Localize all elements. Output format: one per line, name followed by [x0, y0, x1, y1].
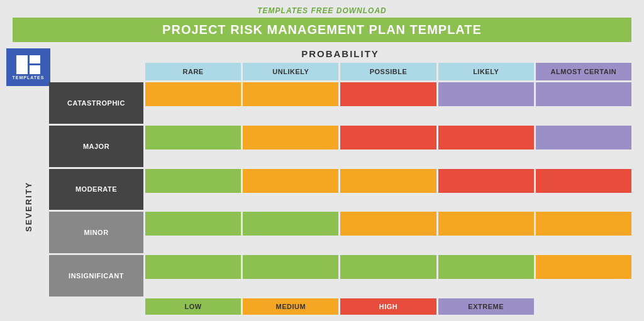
cell-1-0	[145, 126, 241, 150]
logo-grid	[16, 55, 40, 74]
cell-2-0	[145, 169, 241, 193]
header-col-2: POSSIBLE	[340, 63, 436, 80]
cell-1-1	[243, 126, 338, 150]
logo-text: TEMPLATES	[13, 75, 45, 80]
cell-3-4	[536, 212, 631, 236]
cell-0-4	[536, 82, 631, 106]
cell-2-3	[438, 169, 534, 193]
header-col-0: RARE	[145, 63, 241, 80]
legend-1: MEDIUM	[243, 298, 338, 315]
legend-0: LOW	[145, 298, 241, 315]
cell-4-2	[340, 255, 436, 279]
table-section: PROBABILITY RAREUNLIKELYPOSSIBLELIKELYAL…	[49, 48, 631, 315]
probability-label: PROBABILITY	[49, 48, 631, 59]
header-col-1: UNLIKELY	[243, 63, 338, 80]
cell-3-3	[438, 212, 534, 236]
logo-box: TEMPLATES	[6, 48, 50, 86]
page-wrapper: TEMPLATES FREE DOWNLOAD PROJECT RISK MAN…	[0, 0, 644, 321]
cell-3-1	[243, 212, 338, 236]
cell-3-2	[340, 212, 436, 236]
title-bar: PROJECT RISK MANAGEMENT PLAN TEMPLATE	[13, 18, 631, 42]
logo-cell-2	[30, 55, 41, 64]
cell-3-0	[145, 212, 241, 236]
page-title: PROJECT RISK MANAGEMENT PLAN TEMPLATE	[162, 23, 482, 36]
cell-0-3	[438, 82, 534, 106]
main-content: TEMPLATES SEVERITY PROBABILITY RAREUNLIK…	[13, 48, 631, 315]
cell-4-0	[145, 255, 241, 279]
left-section: TEMPLATES SEVERITY	[13, 48, 44, 315]
header-col-4: ALMOST CERTAIN	[536, 63, 631, 80]
footer-empty	[49, 298, 143, 315]
cell-1-3	[438, 126, 534, 150]
cell-0-2	[340, 82, 436, 106]
cell-2-4	[536, 169, 631, 193]
cell-0-1	[243, 82, 338, 106]
logo-cell-1	[16, 55, 28, 74]
header-col-3: LIKELY	[438, 63, 534, 80]
row-label-4: INSIGNIFICANT	[49, 255, 143, 297]
cell-2-1	[243, 169, 338, 193]
cell-2-2	[340, 169, 436, 193]
cell-0-0	[145, 82, 241, 106]
logo-cell-3	[30, 65, 41, 74]
templates-label: TEMPLATES FREE DOWNLOAD	[257, 6, 386, 15]
row-label-0: CATASTROPHIC	[49, 82, 143, 124]
legend-4	[536, 298, 631, 315]
cell-1-2	[340, 126, 436, 150]
risk-grid: RAREUNLIKELYPOSSIBLELIKELYALMOST CERTAIN…	[49, 63, 631, 315]
cell-1-4	[536, 126, 631, 150]
cell-4-3	[438, 255, 534, 279]
row-label-2: MODERATE	[49, 169, 143, 210]
legend-3: EXTREME	[438, 298, 534, 315]
cell-4-4	[536, 255, 631, 279]
row-label-3: MINOR	[49, 212, 143, 253]
severity-label: SEVERITY	[24, 99, 33, 315]
legend-2: HIGH	[340, 298, 436, 315]
empty-corner	[49, 63, 143, 80]
row-label-1: MAJOR	[49, 126, 143, 167]
cell-4-1	[243, 255, 338, 279]
